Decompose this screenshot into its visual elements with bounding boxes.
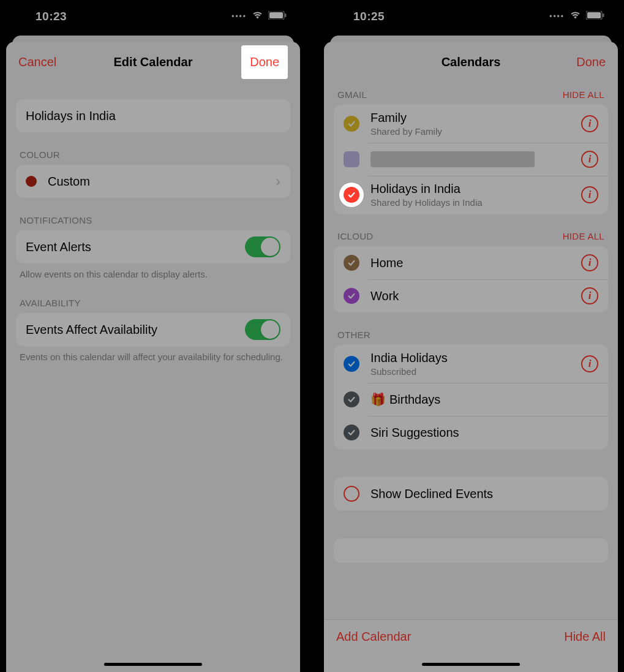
notifications-footer: Allow events on this calendar to display… bbox=[16, 263, 290, 281]
check-icon bbox=[344, 391, 359, 407]
partial-card bbox=[334, 538, 608, 563]
row-label: 🎁Birthdays bbox=[370, 392, 598, 407]
gmail-card: Family Shared by Family i i Holidays in … bbox=[334, 105, 608, 214]
check-icon bbox=[344, 288, 359, 304]
row-sublabel: Shared by Family bbox=[370, 126, 581, 137]
colour-label: Custom bbox=[48, 175, 271, 189]
icloud-hide-all-button[interactable]: HIDE ALL bbox=[563, 231, 604, 241]
page-title: Edit Calendar bbox=[67, 55, 239, 69]
event-alerts-label: Event Alerts bbox=[26, 240, 245, 254]
availability-footer: Events on this calendar will affect your… bbox=[16, 346, 290, 363]
event-alerts-row: Event Alerts bbox=[16, 230, 290, 263]
hide-all-button[interactable]: Hide All bbox=[564, 630, 606, 644]
row-label: Siri Suggestions bbox=[370, 426, 598, 440]
row-label: Family bbox=[370, 111, 581, 125]
cellular-dots-icon: •••• bbox=[231, 12, 247, 21]
info-button[interactable]: i bbox=[581, 151, 598, 168]
calendar-row-redacted[interactable]: i bbox=[334, 143, 608, 176]
status-bar: 10:25 •••• bbox=[318, 0, 624, 33]
info-button[interactable]: i bbox=[581, 254, 598, 271]
availability-card: Events Affect Availability bbox=[16, 313, 290, 346]
done-button[interactable]: Done bbox=[241, 45, 288, 79]
calendar-row-siri[interactable]: Siri Suggestions bbox=[334, 416, 608, 449]
calendar-row-india-holidays[interactable]: India Holidays Subscribed i bbox=[334, 345, 608, 383]
info-button[interactable]: i bbox=[581, 355, 598, 372]
gmail-header: GMAIL HIDE ALL bbox=[334, 82, 608, 105]
svg-rect-5 bbox=[603, 13, 604, 17]
check-icon bbox=[344, 425, 359, 440]
availability-header: AVAILABILITY bbox=[16, 281, 290, 313]
gmail-hide-all-button[interactable]: HIDE ALL bbox=[563, 89, 604, 100]
check-icon bbox=[344, 116, 359, 132]
status-time: 10:23 bbox=[36, 10, 67, 23]
calendars-sheet: Calendars Done GMAIL HIDE ALL Family Sha… bbox=[324, 42, 618, 672]
calendar-row-work[interactable]: Work i bbox=[334, 279, 608, 312]
row-label: India Holidays bbox=[370, 351, 581, 365]
colour-dot-icon bbox=[26, 176, 37, 187]
status-icons: •••• bbox=[231, 11, 287, 22]
highlight-check-wrapper bbox=[339, 183, 364, 207]
info-button[interactable]: i bbox=[581, 287, 598, 304]
nav-bar: Cancel Edit Calendar Done bbox=[6, 42, 300, 82]
declined-card: Show Declined Events bbox=[334, 477, 608, 510]
cancel-button[interactable]: Cancel bbox=[18, 55, 67, 69]
calendar-name-value: Holidays in India bbox=[26, 109, 280, 123]
status-time: 10:25 bbox=[353, 10, 385, 23]
row-sublabel: Shared by Holidays in India bbox=[370, 197, 581, 208]
wifi-icon bbox=[569, 11, 581, 22]
icloud-header: ICLOUD HIDE ALL bbox=[334, 214, 608, 246]
availability-row: Events Affect Availability bbox=[16, 313, 290, 346]
phone-right: 10:25 •••• Calendars Done GMAIL HIDE ALL… bbox=[318, 0, 624, 672]
content: Holidays in India COLOUR Custom › NOTIFI… bbox=[6, 82, 300, 672]
calendar-row-home[interactable]: Home i bbox=[334, 246, 608, 279]
row-sublabel: Subscribed bbox=[370, 366, 581, 377]
other-card: India Holidays Subscribed i 🎁Birthdays S… bbox=[334, 345, 608, 449]
show-declined-row[interactable]: Show Declined Events bbox=[334, 477, 608, 510]
nav-bar: Calendars Done bbox=[324, 42, 618, 82]
icloud-card: Home i Work i bbox=[334, 246, 608, 312]
availability-switch[interactable] bbox=[245, 319, 280, 340]
check-empty-icon bbox=[344, 486, 359, 502]
calendar-row-family[interactable]: Family Shared by Family i bbox=[334, 105, 608, 143]
svg-rect-1 bbox=[269, 12, 283, 18]
home-indicator bbox=[422, 663, 520, 666]
check-icon bbox=[344, 255, 359, 271]
status-bar: 10:23 •••• bbox=[0, 0, 306, 33]
notifications-header: NOTIFICATIONS bbox=[16, 198, 290, 230]
other-header: OTHER bbox=[334, 312, 608, 345]
colour-row[interactable]: Custom › bbox=[16, 165, 290, 198]
colour-header: COLOUR bbox=[16, 132, 290, 165]
done-button-wrapper: Done bbox=[239, 45, 288, 79]
calendar-name-field[interactable]: Holidays in India bbox=[16, 99, 290, 132]
gift-icon: 🎁 bbox=[370, 392, 386, 407]
cellular-dots-icon: •••• bbox=[549, 12, 565, 21]
calendar-row-holidays-india[interactable]: Holidays in India Shared by Holidays in … bbox=[334, 176, 608, 214]
edit-calendar-sheet: Cancel Edit Calendar Done Holidays in In… bbox=[6, 42, 300, 672]
info-button[interactable]: i bbox=[581, 115, 598, 132]
calendar-name-card: Holidays in India bbox=[16, 99, 290, 132]
row-label: Holidays in India bbox=[370, 182, 581, 196]
svg-rect-4 bbox=[587, 12, 601, 18]
chevron-right-icon: › bbox=[276, 173, 280, 190]
event-alerts-switch[interactable] bbox=[245, 236, 280, 257]
check-icon bbox=[344, 151, 359, 167]
row-main: Holidays in India Shared by Holidays in … bbox=[370, 182, 581, 208]
svg-rect-2 bbox=[285, 13, 287, 17]
notifications-card: Event Alerts bbox=[16, 230, 290, 263]
status-icons: •••• bbox=[549, 11, 604, 22]
colour-card: Custom › bbox=[16, 165, 290, 198]
calendar-row-birthdays[interactable]: 🎁Birthdays bbox=[334, 383, 608, 416]
check-icon bbox=[344, 187, 359, 203]
wifi-icon bbox=[252, 11, 263, 22]
battery-icon bbox=[586, 11, 604, 22]
add-calendar-button[interactable]: Add Calendar bbox=[336, 630, 411, 644]
battery-icon bbox=[268, 11, 287, 22]
bottom-bar: Add Calendar Hide All bbox=[324, 619, 618, 672]
check-icon bbox=[344, 356, 359, 372]
row-label: Home bbox=[370, 256, 581, 270]
page-title: Calendars bbox=[385, 55, 557, 69]
availability-label: Events Affect Availability bbox=[26, 323, 245, 337]
row-label: Show Declined Events bbox=[370, 487, 598, 501]
info-button[interactable]: i bbox=[581, 186, 598, 203]
done-button[interactable]: Done bbox=[557, 55, 606, 69]
